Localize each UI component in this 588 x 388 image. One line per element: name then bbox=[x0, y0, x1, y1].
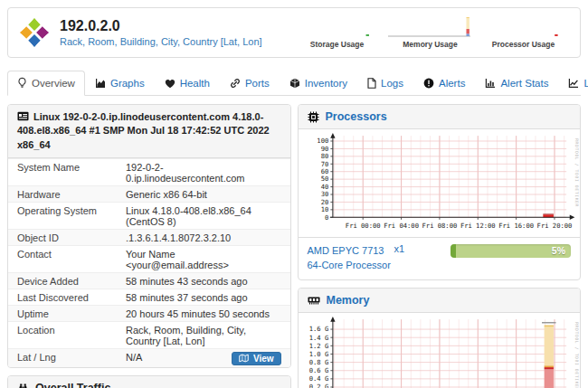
svg-text:Fri 20:00: Fri 20:00 bbox=[536, 222, 572, 230]
svg-text:0.8 G: 0.8 G bbox=[308, 358, 328, 366]
svg-text:RRDTOOL / TOBI OETIKER: RRDTOOL / TOBI OETIKER bbox=[574, 138, 579, 207]
tab-label: Health bbox=[180, 78, 210, 89]
memory-graph[interactable]: 1.6 G1.4 G1.2 G1.0 G0.8 G0.6 G0.4 G0.2 G… bbox=[299, 316, 580, 388]
tab-label: Logs bbox=[381, 78, 403, 89]
info-value: 192-0-2-0.ip.linodeusercontent.com bbox=[126, 162, 244, 184]
info-value: Generic x86 64-bit bbox=[126, 189, 207, 200]
tab-alerts[interactable]: Alerts bbox=[413, 71, 475, 96]
info-row-last-discovered: Last Discovered58 minutes 37 seconds ago bbox=[8, 289, 290, 306]
tab-logs[interactable]: Logs bbox=[357, 71, 413, 96]
processors-heading[interactable]: Processors bbox=[299, 105, 581, 129]
svg-text:1.0 G: 1.0 G bbox=[308, 350, 328, 358]
view-location-button[interactable]: View bbox=[232, 352, 281, 365]
tab-label: Alerts bbox=[439, 78, 465, 89]
svg-text:Fri 16:00: Fri 16:00 bbox=[498, 222, 534, 230]
overall-traffic-title: Overall Traffic bbox=[35, 382, 110, 388]
info-row-device-added: Device Added58 minutes 43 seconds ago bbox=[8, 273, 290, 289]
file-icon bbox=[367, 78, 376, 89]
lightbulb-icon bbox=[17, 77, 27, 89]
info-value: N/A bbox=[126, 352, 142, 363]
info-label: Object ID bbox=[8, 230, 117, 246]
tab-ports[interactable]: Ports bbox=[220, 71, 280, 96]
device-header: 192.0.2.0 Rack, Room, Building, City, Co… bbox=[7, 7, 581, 58]
chart-area-icon bbox=[95, 78, 106, 89]
info-label: Last Discovered bbox=[8, 289, 117, 306]
microchip-icon bbox=[308, 111, 319, 123]
processors-title: Processors bbox=[326, 110, 387, 123]
link-icon bbox=[230, 78, 241, 89]
processor-usage-mini-chart bbox=[479, 15, 567, 40]
svg-text:1.4 G: 1.4 G bbox=[308, 333, 328, 341]
svg-text:RRDTOOL / TOBI OETIKER: RRDTOOL / TOBI OETIKER bbox=[574, 322, 579, 388]
info-value: 58 minutes 43 seconds ago bbox=[126, 276, 248, 287]
overall-traffic-panel: Overall Traffic 150 k100 k50 k0-50 kRRDT… bbox=[7, 375, 291, 388]
storage-usage-mini-chart bbox=[293, 15, 381, 40]
system-description: Linux 192-0-2-0.ip.linodeusercontent.com… bbox=[17, 111, 270, 150]
tab-inventory[interactable]: Inventory bbox=[280, 71, 357, 96]
info-label: Hardware bbox=[8, 186, 117, 203]
info-label: Uptime bbox=[8, 306, 117, 322]
cpu-usage-percent: 5% bbox=[552, 244, 565, 258]
bar-chart-icon bbox=[485, 78, 496, 89]
cpu-count: x1 bbox=[394, 243, 450, 254]
memory-panel: Memory 1.6 G1.4 G1.2 G1.0 G0.8 G0.6 G0.4… bbox=[298, 288, 582, 388]
address-card-icon bbox=[17, 111, 29, 121]
processors-panel: Processors 1009080706050403020100Fri 00:… bbox=[298, 104, 582, 280]
svg-text:0.4 G: 0.4 G bbox=[308, 374, 328, 383]
tab-label: Ports bbox=[245, 78, 270, 89]
header-usage-graphs: Storage UsageMemory UsageProcessor Usage bbox=[293, 15, 569, 49]
device-title: 192.0.2.0 bbox=[60, 18, 262, 34]
info-label: Contact bbox=[8, 246, 117, 273]
mini-graph-label: Memory Usage bbox=[386, 40, 474, 49]
svg-text:Fri 00:00: Fri 00:00 bbox=[345, 222, 380, 230]
processor-row: AMD EPYC 7713 64-Core Processor x1 5% bbox=[299, 237, 581, 279]
svg-text:Fri 12:00: Fri 12:00 bbox=[460, 222, 495, 230]
cpu-desc-link[interactable]: 64-Core Processor bbox=[308, 260, 391, 270]
info-row-contact: ContactYour Name <your@email.address> bbox=[8, 246, 290, 273]
info-row-location: LocationRack, Room, Building, City, Coun… bbox=[8, 322, 290, 349]
view-button-label: View bbox=[253, 354, 274, 364]
tab-label: Graphs bbox=[110, 78, 145, 89]
system-info-heading: Linux 192-0-2-0.ip.linodeusercontent.com… bbox=[8, 105, 290, 158]
svg-text:1.2 G: 1.2 G bbox=[308, 341, 328, 349]
info-value: 20 hours 45 minutes 50 seconds bbox=[126, 308, 270, 319]
centos-logo-icon bbox=[19, 17, 50, 48]
info-label: Lat / Lng bbox=[8, 349, 117, 368]
info-value: Linux 4.18.0-408.el8.x86_64 (CentOS 8) bbox=[126, 205, 251, 227]
cpu-name-link[interactable]: AMD EPYC 7713 bbox=[308, 245, 384, 256]
tab-overview[interactable]: Overview bbox=[7, 71, 85, 96]
alert-circle-icon bbox=[423, 78, 434, 89]
header-mini-graph-processor-usage[interactable]: Processor Usage bbox=[479, 15, 567, 49]
memory-heading[interactable]: Memory bbox=[299, 289, 581, 313]
system-info-panel: Linux 192-0-2-0.ip.linodeusercontent.com… bbox=[7, 104, 291, 368]
tab-latency[interactable]: Latency bbox=[558, 71, 588, 96]
header-mini-graph-memory-usage[interactable]: Memory Usage bbox=[386, 15, 474, 49]
memory-usage-mini-chart bbox=[386, 15, 474, 40]
info-label: Operating System bbox=[8, 203, 117, 230]
svg-text:Fri 08:00: Fri 08:00 bbox=[422, 222, 457, 230]
info-row-lat-lng: Lat / LngN/AView bbox=[8, 349, 290, 368]
memory-icon bbox=[308, 295, 320, 306]
svg-text:0.6 G: 0.6 G bbox=[308, 366, 328, 374]
tab-alert-stats[interactable]: Alert Stats bbox=[475, 71, 558, 96]
tab-graphs[interactable]: Graphs bbox=[85, 71, 155, 96]
tab-label: Inventory bbox=[305, 78, 347, 89]
tab-label: Overview bbox=[32, 78, 75, 89]
info-label: Location bbox=[8, 322, 117, 349]
header-mini-graph-storage-usage[interactable]: Storage Usage bbox=[293, 15, 381, 49]
processors-graph[interactable]: 1009080706050403020100Fri 00:00Fri 04:00… bbox=[299, 132, 580, 233]
info-row-object-id: Object ID.1.3.6.1.4.1.8072.3.2.10 bbox=[8, 230, 290, 246]
info-value: Rack, Room, Building, City, Country [Lat… bbox=[126, 325, 246, 346]
info-label: System Name bbox=[8, 159, 117, 186]
mini-graph-label: Processor Usage bbox=[479, 40, 567, 49]
device-location-link[interactable]: Rack, Room, Building, City, Country [Lat… bbox=[60, 36, 262, 47]
tab-label: Alert Stats bbox=[500, 78, 548, 89]
info-value: .1.3.6.1.4.1.8072.3.2.10 bbox=[126, 232, 231, 243]
info-row-system-name: System Name192-0-2-0.ip.linodeuserconten… bbox=[8, 159, 290, 186]
cpu-usage-bar: 5% bbox=[450, 244, 572, 258]
svg-text:1.6 G: 1.6 G bbox=[308, 325, 328, 333]
cpu-usage-fill bbox=[450, 244, 457, 258]
device-tabbar: OverviewGraphsHealthPortsInventoryLogsAl… bbox=[7, 66, 581, 96]
info-value: Your Name <your@email.address> bbox=[126, 249, 229, 270]
tab-health[interactable]: Health bbox=[155, 71, 220, 96]
